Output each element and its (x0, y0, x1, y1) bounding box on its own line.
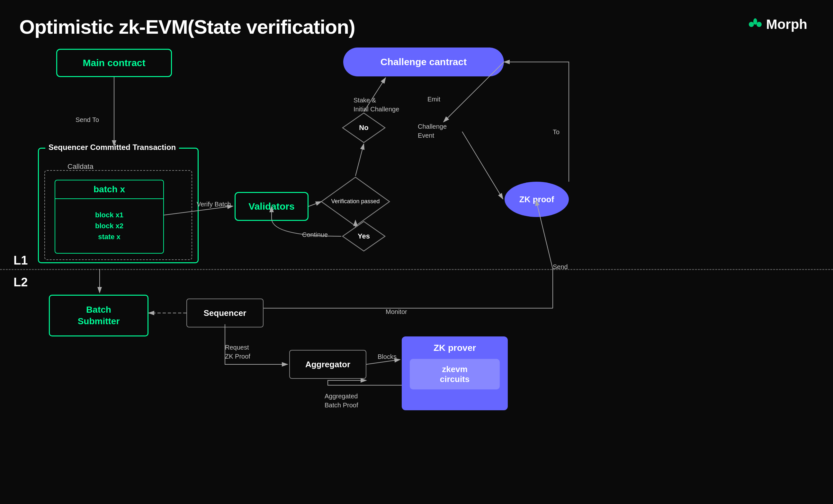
zkevm-circuits-label: zkevmcircuits (440, 364, 470, 384)
zkevm-circuits-box: zkevmcircuits (410, 359, 500, 389)
morph-logo-icon (747, 18, 763, 30)
batch-submitter-label: BatchSubmitter (78, 304, 120, 327)
challenge-contract-box: Challenge cantract (343, 48, 504, 76)
request-zk-proof-label: RequestZK Proof (225, 343, 251, 361)
batch-x-box: batch x block x1 block x2 state x (55, 180, 164, 254)
emit-label: Emit (427, 96, 440, 103)
seq-committed-title: Sequencer Committed Transaction (45, 143, 179, 152)
svg-line-16 (462, 132, 503, 199)
verification-passed-diamond: Verification passed (320, 176, 391, 227)
svg-point-1 (757, 22, 762, 27)
sequencer-box: Sequencer (186, 299, 264, 327)
zk-prover-title: ZK prover (433, 343, 476, 353)
sequencer-label: Sequencer (204, 308, 246, 318)
stake-initial-challenge-label: Stake &Initial Challenge (354, 96, 399, 114)
validators-box: Validators (235, 192, 309, 221)
blocks-label: Blocks (378, 353, 397, 360)
to-label: To (553, 128, 560, 136)
no-diamond: No (341, 112, 386, 144)
aggregator-label: Aggregator (305, 359, 350, 370)
yes-diamond: Yes (341, 220, 386, 252)
state-x: state x (98, 233, 120, 241)
aggregated-batch-proof-label: AggregatedBatch Proof (325, 392, 358, 410)
logo-text: Morph (766, 17, 807, 32)
morph-logo: Morph (747, 17, 807, 32)
no-text: No (359, 124, 368, 132)
page-title: Optimistic zk-EVM(State verification) (19, 16, 355, 38)
svg-line-12 (355, 144, 364, 176)
send-label: Send (553, 263, 568, 271)
main-contract-box: Main contract (56, 49, 172, 77)
batch-submitter-box: BatchSubmitter (49, 295, 148, 336)
main-contract-label: Main contract (82, 57, 145, 68)
validators-label: Validators (248, 201, 294, 212)
block-x1: block x1 (95, 211, 123, 219)
aggregator-box: Aggregator (289, 350, 366, 379)
layer-divider (0, 269, 833, 270)
batch-x-body: block x1 block x2 state x (55, 199, 163, 253)
zk-prover-box: ZK prover zkevmcircuits (402, 336, 508, 410)
layer-l2-label: L2 (14, 275, 28, 289)
challenge-contract-label: Challenge cantract (381, 56, 467, 68)
zk-proof-label: ZK proof (519, 195, 554, 204)
zk-proof-ellipse: ZK proof (504, 182, 569, 217)
verif-passed-text: Verification passed (331, 198, 380, 205)
monitor-label: Monitor (386, 308, 407, 316)
svg-line-11 (309, 202, 322, 206)
continue-label: Continue (302, 231, 328, 238)
verify-batch-label: Verify Batch (197, 201, 231, 208)
calldata-label: Calldata (68, 162, 94, 171)
challenge-event-label: ChallengeEvent (418, 122, 447, 140)
batch-x-header: batch x (55, 180, 163, 199)
svg-point-0 (749, 22, 754, 27)
layer-l1-label: L1 (14, 254, 28, 268)
send-to-label: Send To (75, 116, 99, 124)
svg-point-2 (753, 18, 757, 25)
yes-text: Yes (358, 232, 370, 241)
block-x2: block x2 (95, 222, 123, 230)
